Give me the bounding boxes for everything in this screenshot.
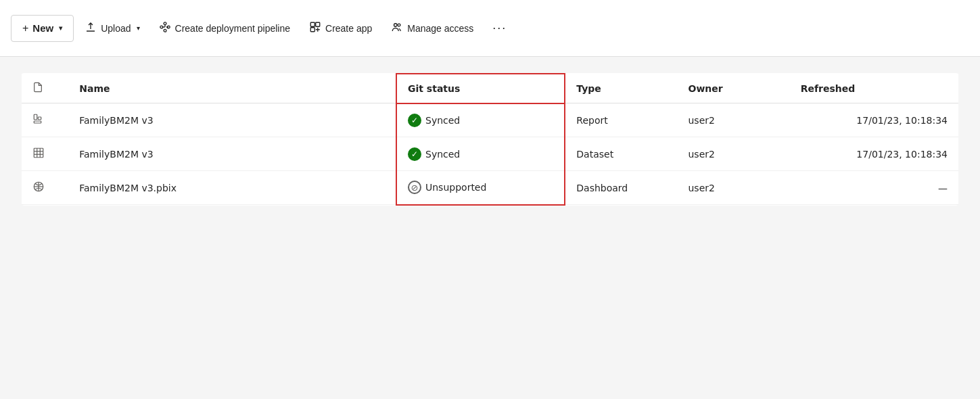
col-header-icon — [22, 74, 68, 103]
create-app-button[interactable]: Create app — [301, 16, 380, 41]
app-icon — [309, 21, 321, 35]
row-type: Report — [565, 103, 677, 137]
row-type-icon — [22, 171, 68, 205]
git-status-label: Unsupported — [425, 182, 486, 193]
upload-button-label: Upload — [101, 23, 131, 34]
svg-rect-5 — [316, 22, 320, 26]
synced-icon: ✓ — [408, 147, 421, 161]
svg-rect-11 — [34, 121, 41, 123]
create-app-label: Create app — [325, 23, 372, 34]
git-status-label: Synced — [425, 115, 460, 126]
row-name: FamilyBM2M v3.pbix — [68, 171, 396, 205]
row-type-icon — [22, 103, 68, 137]
more-icon: ··· — [492, 21, 507, 35]
svg-rect-12 — [34, 148, 43, 158]
svg-rect-10 — [38, 117, 41, 120]
svg-rect-4 — [310, 22, 314, 26]
manage-access-label: Manage access — [407, 23, 473, 34]
table-row[interactable]: FamilyBM2M v3 ✓ Synced Dataset user2 17/… — [22, 137, 958, 171]
row-name: FamilyBM2M v3 — [68, 103, 396, 137]
row-owner: user2 — [677, 137, 789, 171]
row-refreshed: — — [790, 171, 958, 205]
items-table: Name Git status Type Owner Refreshed — [22, 73, 958, 206]
table-row[interactable]: FamilyBM2M v3 ✓ Synced Report user2 17/0… — [22, 103, 958, 137]
svg-point-7 — [394, 24, 398, 27]
upload-chevron-icon: ▾ — [137, 24, 140, 32]
plus-icon: + — [22, 22, 28, 34]
new-button[interactable]: + New ▾ — [11, 15, 74, 42]
git-status-label: Synced — [425, 149, 460, 160]
create-pipeline-label: Create deployment pipeline — [175, 23, 290, 34]
row-git-status: ✓ Synced — [396, 103, 565, 137]
new-button-label: New — [32, 22, 53, 34]
col-header-type: Type — [565, 74, 677, 103]
row-refreshed: 17/01/23, 10:18:34 — [790, 103, 958, 137]
row-type: Dataset — [565, 137, 677, 171]
col-header-refreshed: Refreshed — [790, 74, 958, 103]
row-owner: user2 — [677, 171, 789, 205]
manage-access-button[interactable]: Manage access — [383, 16, 482, 41]
svg-point-8 — [398, 24, 400, 26]
unsupported-icon: ⊘ — [408, 181, 421, 194]
col-header-git-status: Git status — [396, 74, 565, 103]
row-git-status: ✓ Synced — [396, 137, 565, 171]
row-type-icon — [22, 137, 68, 171]
svg-rect-6 — [310, 28, 314, 32]
upload-button[interactable]: Upload ▾ — [76, 16, 147, 41]
row-git-status: ⊘ Unsupported — [396, 171, 565, 205]
row-owner: user2 — [677, 103, 789, 137]
new-chevron-icon: ▾ — [59, 24, 62, 32]
svg-point-0 — [160, 26, 162, 28]
svg-point-3 — [164, 29, 166, 32]
upload-icon — [85, 21, 97, 35]
more-button[interactable]: ··· — [484, 16, 515, 41]
row-type: Dashboard — [565, 171, 677, 205]
synced-icon: ✓ — [408, 114, 421, 127]
create-pipeline-button[interactable]: Create deployment pipeline — [151, 16, 298, 41]
svg-rect-9 — [34, 114, 37, 120]
row-name: FamilyBM2M v3 — [68, 137, 396, 171]
col-header-owner: Owner — [677, 74, 789, 103]
toolbar: + New ▾ Upload ▾ Create deployment pipel… — [0, 0, 980, 57]
col-header-name: Name — [68, 74, 396, 103]
content-area: Name Git status Type Owner Refreshed — [22, 73, 958, 206]
svg-point-1 — [164, 22, 166, 25]
pipeline-icon — [159, 21, 171, 35]
row-refreshed: 17/01/23, 10:18:34 — [790, 137, 958, 171]
manage-access-icon — [391, 21, 403, 35]
table-row[interactable]: FamilyBM2M v3.pbix ⊘ Unsupported Dashboa… — [22, 171, 958, 205]
